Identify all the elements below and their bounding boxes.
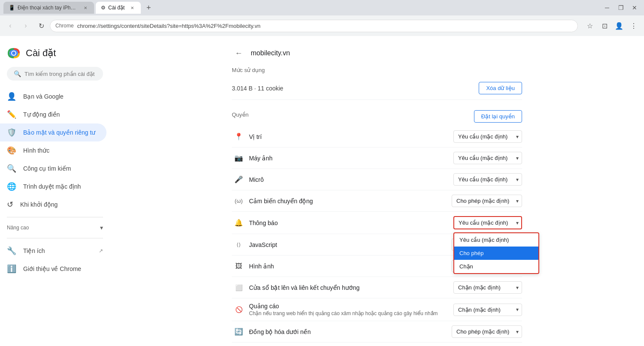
sidebar-item-gioi-thieu[interactable]: ℹ️ Giới thiệu về Chrome bbox=[0, 260, 106, 278]
sidebar-divider-2 bbox=[7, 238, 103, 238]
permission-cua-so-bat-len: ⬜ Cửa sổ bật lên và liên kết chuyển hướn… bbox=[232, 277, 522, 298]
sidebar-item-label-6: Trình duyệt mặc định bbox=[23, 183, 81, 190]
thong-bao-select-wrapper[interactable]: Yêu cầu (mặc định) Yêu cầu (mặc định) Ch… bbox=[453, 216, 522, 229]
notification-icon: 🔔 bbox=[232, 219, 246, 227]
back-button[interactable]: ← bbox=[232, 46, 246, 60]
sidebar-item-bao-mat[interactable]: 🛡️ Bảo mật và quyền riêng tư bbox=[0, 123, 106, 141]
browser-chrome: 📱 Điện thoại xách tay iPhone, Xiao... ✕ … bbox=[0, 0, 644, 36]
restore-button[interactable]: ❐ bbox=[615, 2, 627, 14]
permission-dong-bo-hoa: 🔄 Đồng bộ hóa dưới nền Cho phép (mặc địn… bbox=[232, 321, 522, 343]
cam-bien-label: Cảm biến chuyển động bbox=[249, 198, 452, 205]
permission-vi-tri: 📍 Vị trí Yêu cầu (mặc định) Cho phép Chặ… bbox=[232, 126, 522, 147]
forward-nav-button[interactable]: › bbox=[19, 19, 33, 33]
sidebar-section-nang-cao: Nâng cao ▾ bbox=[0, 221, 110, 235]
extension-icon: 🔧 bbox=[7, 246, 16, 256]
micro-select[interactable]: Yêu cầu (mặc định) Cho phép Chặn bbox=[453, 173, 522, 186]
cua-so-bat-len-select-wrapper[interactable]: Chặn (mặc định) Cho phép bbox=[453, 281, 522, 294]
menu-button[interactable]: ⋮ bbox=[627, 19, 641, 33]
xoa-du-lieu-button[interactable]: Xóa dữ liệu bbox=[479, 82, 522, 94]
option-cho-phep[interactable]: Cho phép bbox=[454, 247, 538, 260]
notification-dropdown: Yêu cầu (mặc định) Cho phép Chặn bbox=[453, 232, 539, 274]
address-text: chrome://settings/content/siteDetails?si… bbox=[77, 23, 572, 29]
quang-cao-select[interactable]: Chặn (mặc định) Cho phép bbox=[453, 304, 522, 316]
cam-bien-select[interactable]: Cho phép (mặc định) Yêu cầu Chặn bbox=[452, 195, 522, 207]
tab1-close[interactable]: ✕ bbox=[82, 4, 89, 11]
motion-sensor-icon: (ω) bbox=[232, 198, 246, 204]
close-button[interactable]: ✕ bbox=[629, 2, 641, 14]
option-chan[interactable]: Chặn bbox=[454, 260, 538, 273]
sidebar-item-label-2: Tự động điền bbox=[23, 111, 60, 118]
tab2-favicon: ⚙ bbox=[101, 5, 106, 11]
permissions-section: Quyền Đặt lại quyền 📍 Vị trí Yêu cầu (mặ… bbox=[232, 110, 522, 346]
location-icon: 📍 bbox=[232, 132, 246, 141]
browser-icon: 🌐 bbox=[7, 182, 16, 191]
micro-select-wrapper[interactable]: Yêu cầu (mặc định) Cho phép Chặn bbox=[453, 173, 522, 186]
app: Cài đặt 🔍 👤 Bạn và Google ✏️ Tự động điề… bbox=[0, 36, 644, 346]
quang-cao-select-wrapper[interactable]: Chặn (mặc định) Cho phép bbox=[453, 304, 522, 316]
tab-search-button[interactable]: ⊡ bbox=[598, 19, 611, 33]
permission-am-thanh: 🔊 Âm thanh Tự động (mặc định) Cho phép C… bbox=[232, 343, 522, 346]
refresh-icon: ↺ bbox=[7, 200, 13, 209]
may-anh-select[interactable]: Yêu cầu (mặc định) Cho phép Chặn bbox=[453, 152, 522, 164]
tab-1[interactable]: 📱 Điện thoại xách tay iPhone, Xiao... ✕ bbox=[3, 2, 94, 14]
edit-icon: ✏️ bbox=[7, 110, 16, 119]
camera-icon: 📷 bbox=[232, 154, 246, 162]
sidebar-search-wrapper: 🔍 bbox=[0, 67, 110, 87]
javascript-icon: ⟨⟩ bbox=[232, 242, 246, 248]
may-anh-select-wrapper[interactable]: Yêu cầu (mặc định) Cho phép Chặn bbox=[453, 152, 522, 164]
tab2-label: Cài đặt bbox=[108, 5, 125, 11]
palette-icon: 🎨 bbox=[7, 146, 16, 155]
sidebar-item-label-5: Công cụ tìm kiếm bbox=[23, 165, 71, 172]
image-icon: 🖼 bbox=[232, 262, 246, 270]
sidebar-item-label-3: Bảo mật và quyền riêng tư bbox=[23, 129, 95, 136]
sidebar-item-khi-khoi-dong[interactable]: ↺ Khi khởi động bbox=[0, 196, 106, 214]
sidebar-divider bbox=[7, 217, 103, 217]
dong-bo-hoa-label: Đồng bộ hóa dưới nền bbox=[249, 328, 452, 335]
option-yeu-cau[interactable]: Yêu cầu (mặc định) bbox=[454, 233, 538, 247]
thong-bao-select[interactable]: Yêu cầu (mặc định) bbox=[453, 216, 522, 229]
permission-micro: 🎤 Micrô Yêu cầu (mặc định) Cho phép Chặn bbox=[232, 169, 522, 190]
shield-icon: 🛡️ bbox=[7, 128, 16, 137]
tab-2[interactable]: ⚙ Cài đặt ✕ bbox=[96, 2, 141, 14]
permission-may-anh: 📷 Máy ảnh Yêu cầu (mặc định) Cho phép Ch… bbox=[232, 147, 522, 169]
usage-row: 3.014 B · 11 cookie Xóa dữ liệu bbox=[232, 77, 522, 100]
nav-icons: ☆ ⊡ 👤 ⋮ bbox=[583, 19, 641, 33]
window-controls: ─ ❐ ✕ bbox=[601, 2, 641, 14]
new-tab-button[interactable]: + bbox=[143, 2, 155, 14]
back-nav-button[interactable]: ‹ bbox=[3, 19, 17, 33]
cua-so-bat-len-select[interactable]: Chặn (mặc định) Cho phép bbox=[453, 281, 522, 294]
tab2-close[interactable]: ✕ bbox=[129, 4, 136, 11]
sidebar-item-label-1: Bạn và Google bbox=[23, 93, 64, 100]
thong-bao-label: Thông báo bbox=[249, 220, 453, 226]
sidebar-item-tu-dong-dien[interactable]: ✏️ Tự động điền bbox=[0, 105, 106, 123]
dong-bo-hoa-select-wrapper[interactable]: Cho phép (mặc định) Chặn bbox=[452, 325, 522, 338]
javascript-label: JavaScript bbox=[249, 241, 452, 248]
sidebar-item-trinh-duyet[interactable]: 🌐 Trình duyệt mặc định bbox=[0, 178, 106, 196]
bookmark-star-button[interactable]: ☆ bbox=[583, 19, 597, 33]
vi-tri-select-wrapper[interactable]: Yêu cầu (mặc định) Cho phép Chặn bbox=[453, 130, 522, 143]
back-header: ← mobilecity.vn bbox=[232, 46, 522, 60]
reload-button[interactable]: ↻ bbox=[34, 19, 48, 33]
dong-bo-hoa-select[interactable]: Cho phép (mặc định) Chặn bbox=[452, 325, 522, 338]
sidebar-item-hinh-thuc[interactable]: 🎨 Hình thức bbox=[0, 141, 106, 159]
sidebar-search[interactable]: 🔍 bbox=[7, 67, 103, 81]
usage-section: Mức sử dụng 3.014 B · 11 cookie Xóa dữ l… bbox=[232, 67, 522, 100]
profile-button[interactable]: 👤 bbox=[612, 19, 626, 33]
microphone-icon: 🎤 bbox=[232, 175, 246, 184]
search-input[interactable] bbox=[24, 71, 96, 77]
option-yeu-cau-label: Yêu cầu (mặc định) bbox=[459, 237, 509, 243]
sidebar-item-ban-va-google[interactable]: 👤 Bạn và Google bbox=[0, 87, 106, 105]
option-cho-phep-label: Cho phép bbox=[459, 250, 483, 256]
dat-lai-quyen-button[interactable]: Đặt lại quyền bbox=[474, 110, 522, 123]
minimize-button[interactable]: ─ bbox=[601, 2, 613, 14]
external-link-icon: ↗ bbox=[99, 248, 103, 254]
vi-tri-select[interactable]: Yêu cầu (mặc định) Cho phép Chặn bbox=[453, 130, 522, 143]
tab1-favicon: 📱 bbox=[9, 5, 15, 11]
sidebar-item-tien-ich[interactable]: 🔧 Tiện ích ↗ bbox=[0, 242, 110, 260]
sidebar-item-cong-cu-tim-kiem[interactable]: 🔍 Công cụ tìm kiếm bbox=[0, 159, 106, 178]
address-bar[interactable]: Chrome chrome://settings/content/siteDet… bbox=[50, 20, 578, 32]
muc-su-dung-title: Mức sử dụng bbox=[232, 67, 522, 73]
cam-bien-select-wrapper[interactable]: Cho phép (mặc định) Yêu cầu Chặn bbox=[452, 195, 522, 207]
permission-quang-cao: 🚫 Quảng cáo Chặn nếu trang web hiển thị … bbox=[232, 298, 522, 321]
sidebar-header: Cài đặt bbox=[0, 43, 110, 67]
